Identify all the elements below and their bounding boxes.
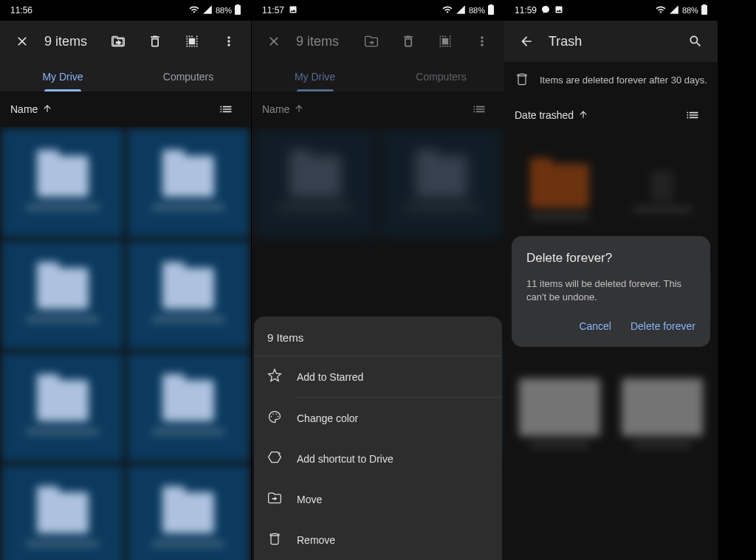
sort-bar: Name [252,91,504,127]
svg-point-6 [275,413,277,415]
select-all-icon[interactable] [177,27,207,56]
sheet-title: 9 Items [254,319,502,356]
app-bar: 9 items [0,21,251,62]
cancel-button[interactable]: Cancel [579,320,611,332]
sort-label: Name [10,103,38,115]
close-icon[interactable] [7,27,37,56]
sheet-add-starred[interactable]: Add to Starred [254,356,502,397]
delete-forever-button[interactable]: Delete forever [630,320,695,332]
sort-label: Name [262,103,289,115]
folder-item[interactable] [1,128,124,238]
folder-item[interactable] [1,241,124,350]
move-folder-icon [267,491,282,508]
signal-icon [456,4,466,16]
svg-rect-3 [489,4,492,6]
folder-item[interactable] [127,465,250,560]
selection-title: 9 items [296,34,349,49]
star-icon [267,368,282,385]
tab-computers[interactable]: Computers [126,62,251,91]
view-list-icon[interactable] [211,94,241,124]
sheet-label: Move [297,494,322,505]
status-bar: 11:57 88% [252,0,504,21]
sheet-add-shortcut[interactable]: + Add shortcut to Drive [254,438,502,479]
dialog-title: Delete forever? [526,251,695,266]
battery-icon [488,4,494,16]
svg-rect-0 [235,5,241,15]
svg-point-7 [278,416,279,418]
tab-my-drive[interactable]: My Drive [0,62,126,91]
sheet-remove[interactable]: Remove [254,519,502,560]
trash-icon[interactable] [140,27,170,56]
svg-point-4 [271,416,272,418]
battery-text: 88% [216,6,232,15]
status-bar: 11:56 88% [0,0,251,21]
sort-bar: Name [0,91,251,127]
sheet-label: Add to Starred [297,371,363,383]
sort-button[interactable]: Name [262,103,304,116]
folder-item[interactable] [1,353,124,462]
sheet-change-color[interactable]: Change color [254,398,502,438]
trash-icon [267,531,282,548]
file-grid [0,127,251,560]
trash-icon[interactable] [394,27,423,56]
sheet-label: Add shortcut to Drive [297,453,394,465]
drive-shortcut-icon: + [267,450,282,467]
svg-rect-2 [488,5,494,15]
status-time: 11:56 [10,5,32,15]
folder-item[interactable] [127,353,250,462]
status-time: 11:57 [262,5,284,15]
folder-item[interactable] [1,465,124,560]
folder-item[interactable] [127,128,250,238]
svg-rect-1 [236,4,239,6]
folder-item [253,128,377,238]
sort-button[interactable]: Name [10,103,52,116]
sheet-move[interactable]: Move [254,479,502,519]
move-to-icon[interactable] [357,27,386,56]
notification-image-icon [289,5,298,16]
tabs: My Drive Computers [0,62,251,91]
battery-text: 88% [469,6,485,15]
tab-computers[interactable]: Computers [378,62,504,91]
wifi-icon [189,4,199,16]
delete-dialog: Delete forever? 11 items will be deleted… [512,236,710,347]
folder-item[interactable] [127,241,250,350]
move-to-icon[interactable] [103,27,133,56]
select-all-icon[interactable] [430,27,460,56]
wifi-icon [442,4,453,16]
bottom-sheet: 9 Items Add to Starred Change color + Ad… [254,317,502,560]
more-icon[interactable] [467,27,497,56]
more-icon[interactable] [214,27,244,56]
battery-icon [235,4,241,16]
tabs: My Drive Computers [252,62,504,91]
tab-my-drive[interactable]: My Drive [252,62,378,91]
close-icon[interactable] [259,27,289,56]
signal-icon [202,4,213,16]
app-bar: 9 items [252,21,504,62]
selection-title: 9 items [44,34,96,49]
view-list-icon[interactable] [464,94,494,124]
svg-text:+: + [278,450,281,457]
palette-icon [267,409,282,426]
arrow-up-icon [294,103,304,116]
dialog-body: 11 items will be deleted forever. This c… [526,277,695,304]
svg-point-5 [272,413,274,415]
arrow-up-icon [42,103,52,116]
sheet-label: Remove [297,534,335,546]
sheet-label: Change color [297,412,358,424]
folder-item [379,128,503,238]
